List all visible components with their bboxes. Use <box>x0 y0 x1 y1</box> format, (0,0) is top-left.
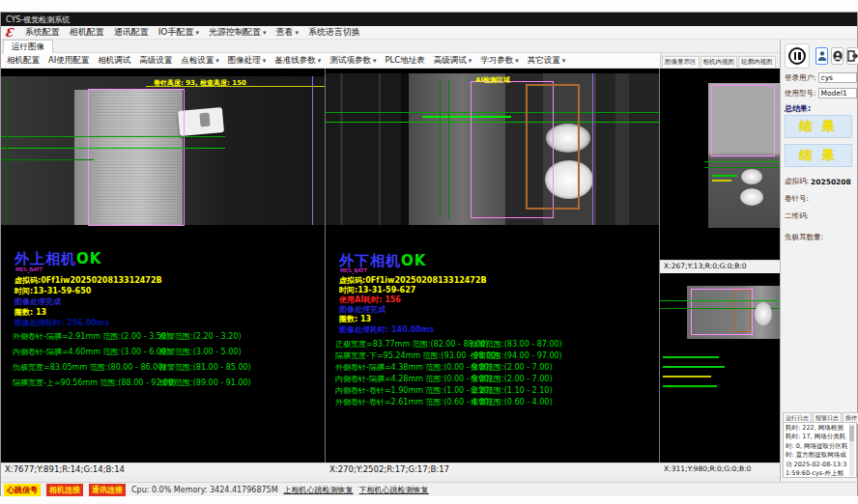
tiny-overlay-text-lines <box>663 356 719 358</box>
measure-value: 隔膜宽度-上=90.56mm 范围:(88.00 - 92.00) <box>13 378 176 388</box>
camera-view-lower[interactable]: AI检测区域 外下相机OK MES_BATT 虚拟码:0Ff1iw2025020… <box>326 69 660 462</box>
model-label: 使用型号: <box>785 89 816 98</box>
menu-system-config[interactable]: 系统配置 <box>25 26 60 39</box>
roi-rect-magenta <box>88 89 185 226</box>
tab-run-image[interactable]: 运行图像 <box>3 40 53 53</box>
process-time-line: 图像处理耗时: 140.00ms <box>339 324 434 335</box>
chevron-down-icon: ▾ <box>263 29 267 37</box>
result-badge-2: 结 果 <box>785 144 852 167</box>
tab-image-display[interactable]: 图像显示区 <box>662 56 700 68</box>
toolbar-advanced-debug[interactable]: 高级调试▾ <box>434 55 472 67</box>
exit-door-icon <box>847 50 858 62</box>
alarm-range: 报警范围:(1.10 - 2.10) <box>471 385 553 396</box>
coords-statusbar-sv2: X:311;Y:980;R:0;G:0;B:0 <box>660 462 780 476</box>
menu-bar: Ɛ 系统配置 相机配置 通讯配置 IO手配置▾ 光源控制配置▾ 查看▾ 系统语言… <box>1 26 857 40</box>
toolbar-advanced-settings[interactable]: 高级设置 <box>139 55 172 67</box>
chevron-down-icon: ▾ <box>263 57 267 65</box>
app-logo-icon: Ɛ <box>5 26 14 40</box>
menu-view[interactable]: 查看▾ <box>275 26 299 39</box>
coords-statusbar-center: X:270;Y:2502;R:17;G:17;B:17 <box>326 462 660 476</box>
toolbar-plc-address[interactable]: PLC地址表 <box>385 55 424 67</box>
measure-value: 内侧卷针-卷针=1.90mm 范围:(1.00 - 2.20) <box>335 385 492 396</box>
menu-io-config[interactable]: IO手配置▾ <box>158 26 199 39</box>
tab-contour-view[interactable]: 轮廓内视图 <box>738 56 776 68</box>
log-text-area[interactable]: 耗时: 222, 网络检测耗时: 17, 网络分类耗时: 0, 网络提取分区耗时… <box>783 422 857 478</box>
menu-language-switch[interactable]: 系统语言切换 <box>308 26 360 39</box>
alarm-range: 报警范围:(2.00 - 7.00) <box>471 374 553 384</box>
guide-line-green <box>1 136 225 137</box>
time-line: 时间:13-31-59-650 <box>14 286 91 296</box>
pause-button[interactable] <box>785 43 810 69</box>
chevron-down-icon: ▾ <box>515 57 519 65</box>
alarm-range: 报警范围:(3.00 - 5.00) <box>159 347 242 357</box>
guide-line-green <box>660 300 780 301</box>
log-scrollbar-thumb[interactable] <box>849 426 854 441</box>
white-tab-notch <box>199 113 210 127</box>
alarm-range: 报警范围:(2.20 - 3.20) <box>159 331 242 342</box>
small-camera-view-1[interactable] <box>660 69 780 260</box>
frame-stripe <box>379 73 381 225</box>
comm-connection-badge: 通讯连接 <box>89 484 126 496</box>
small-view-tab-bar: 图像显示区 相机内视图 轮廓内视图 <box>660 53 780 69</box>
ai-area-label: AI检测区域 <box>475 75 510 85</box>
desktop-background <box>0 0 858 12</box>
alarm-range: 报警范围:(0.60 - 4.00) <box>471 397 553 407</box>
model-input[interactable] <box>818 88 857 98</box>
guide-line-green <box>448 81 449 218</box>
toolbar-ai-config[interactable]: AI使用配置 <box>48 55 89 67</box>
toolbar-spot-check[interactable]: 点检设置▾ <box>181 55 219 67</box>
tiny-overlay-text-lines <box>712 180 731 182</box>
frame-stripe <box>401 73 409 225</box>
menu-light-control[interactable]: 光源控制配置▾ <box>209 26 267 39</box>
roi-rect-orange <box>526 84 580 210</box>
tiny-overlay-text-lines <box>663 376 711 378</box>
status-ok-label: OK <box>401 252 426 269</box>
menu-camera-config[interactable]: 相机配置 <box>70 26 104 39</box>
login-user-input[interactable] <box>818 72 857 83</box>
toolbar-camera-config[interactable]: 相机配置 <box>7 55 40 67</box>
toolbar-other-settings[interactable]: 其它设置▾ <box>528 55 566 67</box>
app-window: CYS-视觉检测系统 Ɛ 系统配置 相机配置 通讯配置 IO手配置▾ 光源控制配… <box>0 12 858 496</box>
measure-value: 外侧卷针-隔膜=2.91mm 范围:(2.00 - 3.50) <box>13 331 169 342</box>
roi-label: 卷针高度: 93, 检查高度: 150 <box>154 78 246 88</box>
edge-line-green <box>7 76 8 225</box>
guide-line-green <box>704 167 780 168</box>
tab-camera-inner-view[interactable]: 相机内视图 <box>701 56 738 68</box>
chevron-down-icon: ▾ <box>318 57 322 65</box>
pin-number-label: 卷针号: <box>785 194 809 204</box>
alarm-range: 报警范围:(83.00 - 87.00) <box>471 339 562 350</box>
total-result-label: 总结果: <box>785 103 811 114</box>
measure-value: 负极宽度=83.05mm 范围:(80.00 - 86.00) <box>13 362 165 373</box>
negative-tab-count-label: 负极耳数量: <box>785 233 823 242</box>
bright-blob <box>740 188 763 206</box>
menu-comm-config[interactable]: 通讯配置 <box>114 26 149 39</box>
alarm-range: 报警范围:(81.00 - 85.00) <box>159 362 251 373</box>
toolbar-learning-params[interactable]: 学习参数▾ <box>480 55 519 67</box>
camera-view-upper[interactable]: 卷针高度: 93, 检查高度: 150 外上相机OK MES_BATT 虚拟码:… <box>1 69 326 462</box>
user-icon <box>817 50 827 62</box>
user-account-button[interactable] <box>831 47 844 65</box>
toolbar-baseline-params[interactable]: 基准线参数▾ <box>274 55 321 67</box>
exit-button[interactable] <box>846 47 858 65</box>
toolbar-camera-debug[interactable]: 相机调试 <box>98 55 130 67</box>
alarm-range: 报警范围:(94.00 - 97.00) <box>471 350 562 361</box>
chevron-down-icon: ▾ <box>562 57 566 65</box>
toolbar-test-params[interactable]: 测试项参数▾ <box>329 55 376 67</box>
edge-line-violet <box>592 73 593 225</box>
chevron-down-icon: ▾ <box>195 29 199 37</box>
toolbar-image-processing[interactable]: 图像处理▾ <box>228 55 267 67</box>
status-ok-label: OK <box>76 250 101 267</box>
pause-icon <box>788 47 806 65</box>
user-switch-button[interactable] <box>815 47 828 65</box>
tiny-overlay-text-lines <box>712 175 737 177</box>
user-dark-icon <box>833 50 843 62</box>
guide-line-green <box>1 159 94 160</box>
small-camera-view-2[interactable] <box>660 273 780 462</box>
guide-line-green <box>1 148 225 149</box>
bright-blob <box>741 169 762 184</box>
lower-camera-heartbeat-msg: 下相机心跳检测恢复 <box>359 485 429 495</box>
qr-code-label: 二维码: <box>785 211 809 221</box>
tiny-overlay-text-lines <box>663 385 717 387</box>
title-bar: CYS-视觉检测系统 <box>1 13 857 26</box>
camera-image-upper: 卷针高度: 93, 检查高度: 150 <box>1 76 326 225</box>
